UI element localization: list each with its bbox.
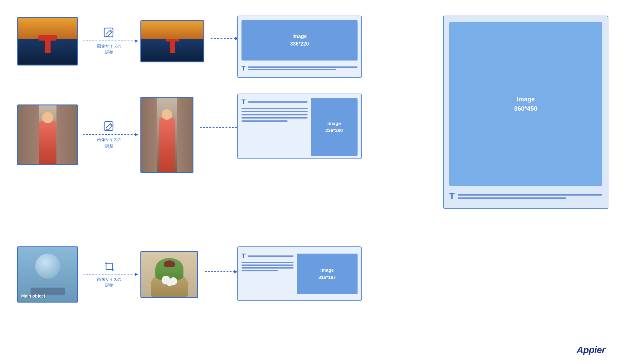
- text-row-1: T: [241, 63, 358, 74]
- arrow-section-3: ▶ 画像サイズの調整: [78, 261, 140, 289]
- ad-format-1: Image336*220 T: [237, 16, 362, 78]
- large-text-row: T: [449, 190, 602, 203]
- arrow-section-2: ▶ 画像サイズの調整: [78, 121, 140, 149]
- t-icon-1: T: [241, 64, 246, 72]
- large-text-lines: [458, 194, 602, 199]
- long-arrow-3: ▶: [205, 271, 235, 272]
- source-image-3: Main object: [17, 246, 78, 303]
- long-arrow-1: ▶: [211, 38, 236, 39]
- t-icon-2: T: [241, 98, 246, 106]
- text-line: [248, 255, 294, 257]
- arrow-label-3: 画像サイズの調整: [97, 276, 121, 289]
- edit-icon-2: [104, 121, 115, 132]
- text-lines-1: [248, 66, 358, 70]
- text-line: [241, 262, 294, 263]
- text-line: [241, 114, 308, 115]
- format-image-3: Image316*187: [297, 254, 358, 294]
- text-row-2: T: [241, 98, 308, 106]
- ad-format-3: T Image316*187: [237, 246, 362, 301]
- text-lines-3: [241, 262, 294, 295]
- photo-woman-2: [18, 105, 77, 164]
- text-line: [241, 267, 294, 269]
- format-2-left: T: [241, 98, 308, 155]
- appier-logo: Appier: [577, 345, 605, 355]
- main-object-label: Main object: [21, 294, 45, 298]
- processed-image-3: [140, 251, 198, 298]
- edit-icon-1: [104, 27, 115, 39]
- text-line: [241, 111, 308, 112]
- format-image-1: Image336*220: [241, 20, 358, 61]
- text-line: [248, 69, 335, 70]
- crop-icon-3: [104, 261, 115, 272]
- text-line: [248, 66, 358, 68]
- format-3-left: T: [241, 251, 294, 297]
- dashed-arrow-2: ▶: [83, 134, 136, 135]
- arrow-label-2: 画像サイズの調整: [97, 137, 121, 149]
- text-line: [241, 265, 294, 266]
- source-image-1: [17, 17, 78, 66]
- text-line: [241, 117, 308, 119]
- t-icon-3: T: [241, 252, 246, 260]
- format-image-2: Image236*200: [311, 98, 358, 156]
- large-t-icon: T: [449, 192, 455, 201]
- ad-format-2: T Image236*200: [237, 94, 362, 159]
- main-container: ▶ 画像サイズの調整: [0, 0, 624, 364]
- source-image-2: [17, 104, 78, 165]
- text-line: [458, 197, 566, 199]
- large-format-image: Image360*450: [449, 22, 602, 186]
- text-line: [248, 101, 308, 103]
- processed-image-1: [140, 20, 204, 62]
- processed-image-2: [140, 97, 193, 173]
- text-row-3: T: [241, 252, 294, 260]
- large-ad-format: Image360*450 T: [443, 16, 608, 209]
- arrow-section-1: ▶ 画像サイズの調整: [78, 27, 140, 55]
- text-lines-2: [241, 108, 308, 155]
- text-line: [241, 270, 278, 271]
- dashed-arrow-3: ▶: [83, 274, 136, 274]
- arrow-label-1: 画像サイズの調整: [97, 43, 121, 55]
- text-line: [241, 108, 308, 109]
- text-line: [458, 194, 602, 196]
- photo-tokyo-1: [18, 18, 77, 65]
- dashed-arrow-1: ▶: [83, 41, 136, 41]
- text-line: [241, 120, 288, 122]
- long-arrow-2: ▶: [200, 127, 237, 128]
